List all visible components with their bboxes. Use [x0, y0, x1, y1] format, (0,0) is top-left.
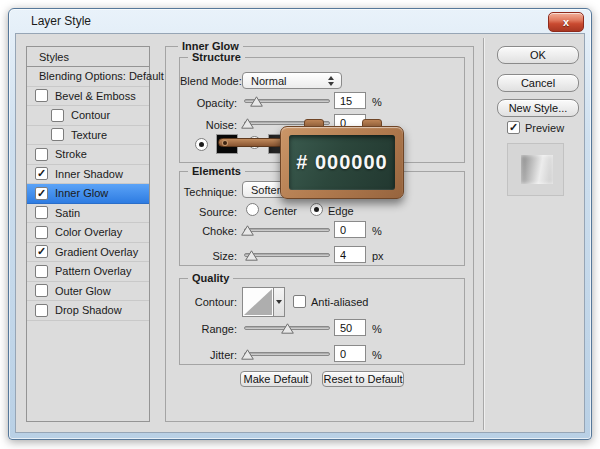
- opacity-unit: %: [372, 96, 382, 108]
- sidebar-item-texture[interactable]: Texture: [27, 126, 149, 146]
- new-style-button[interactable]: New Style...: [497, 99, 579, 117]
- slider-thumb[interactable]: [241, 225, 254, 236]
- sidebar-item-drop-shadow[interactable]: Drop Shadow: [27, 301, 149, 321]
- sidebar-item-label: Drop Shadow: [55, 304, 122, 316]
- close-button[interactable]: x: [548, 12, 584, 32]
- style-checkbox[interactable]: [35, 284, 48, 297]
- slider-thumb[interactable]: [281, 323, 294, 334]
- antialiased-checkbox[interactable]: [293, 295, 306, 308]
- contour-label: Contour:: [180, 296, 237, 308]
- style-checkbox[interactable]: [35, 89, 48, 102]
- reset-default-button[interactable]: Reset to Default: [322, 371, 404, 387]
- slider-thumb[interactable]: [241, 118, 254, 129]
- jitter-label: Jitter:: [180, 349, 237, 361]
- style-checkbox[interactable]: ✓: [35, 167, 48, 180]
- chalkboard-surface: # 000000: [289, 135, 395, 190]
- slider-track[interactable]: [244, 352, 330, 356]
- size-label: Size:: [180, 250, 237, 262]
- sidebar-item-pattern-overlay[interactable]: Pattern Overlay: [27, 262, 149, 282]
- cancel-button[interactable]: Cancel: [497, 74, 579, 92]
- size-slider[interactable]: [244, 248, 330, 262]
- blend-mode-label: Blend Mode:: [180, 75, 237, 87]
- antialiased-label: Anti-aliased: [311, 296, 368, 308]
- blend-mode-select[interactable]: Normal: [242, 72, 342, 89]
- style-checkbox[interactable]: [35, 226, 48, 239]
- make-default-button[interactable]: Make Default: [240, 371, 312, 387]
- sidebar-item-gradient-overlay[interactable]: ✓Gradient Overlay: [27, 243, 149, 263]
- choke-label: Choke:: [180, 225, 237, 237]
- ok-button[interactable]: OK: [497, 46, 579, 64]
- chalkboard-tooltip: # 000000: [280, 126, 404, 199]
- close-icon: x: [563, 16, 569, 28]
- screen: Layer Style x Styles Blending Options: D…: [0, 0, 600, 449]
- jitter-input[interactable]: [334, 345, 366, 362]
- elements-legend: Elements: [188, 165, 245, 177]
- sidebar-item-satin[interactable]: Satin: [27, 204, 149, 224]
- contour-dropdown-button[interactable]: [274, 287, 285, 317]
- sidebar-item-label: Gradient Overlay: [55, 246, 138, 258]
- size-unit: px: [372, 250, 384, 262]
- preview-checkbox[interactable]: ✓: [507, 121, 520, 134]
- source-label: Source:: [180, 206, 237, 218]
- sidebar-item-label: Outer Glow: [55, 285, 111, 297]
- panel-divider: [483, 38, 484, 430]
- chalkboard-text: # 000000: [296, 151, 387, 174]
- style-checkbox[interactable]: [35, 148, 48, 161]
- sidebar-item-label: Blending Options: Default: [39, 70, 164, 82]
- sidebar-item-stroke[interactable]: Stroke: [27, 145, 149, 165]
- choke-slider[interactable]: [244, 223, 330, 237]
- sidebar-item-label: Inner Shadow: [55, 168, 123, 180]
- sidebar-item-label: Bevel & Emboss: [55, 90, 136, 102]
- sidebar-list: Blending Options: DefaultBevel & EmbossC…: [27, 67, 149, 321]
- preview-label: Preview: [525, 122, 564, 134]
- jitter-slider[interactable]: [244, 347, 330, 361]
- contour-picker[interactable]: [242, 287, 274, 317]
- style-checkbox[interactable]: ✓: [35, 245, 48, 258]
- check-icon: ✓: [509, 122, 518, 133]
- style-checkbox[interactable]: [51, 109, 64, 122]
- source-edge-radio[interactable]: [310, 203, 323, 216]
- spinner-icon: [326, 76, 335, 86]
- sidebar-item-label: Texture: [71, 129, 107, 141]
- contour-thumbnail: [244, 289, 272, 315]
- blend-mode-value: Normal: [251, 75, 326, 87]
- range-slider[interactable]: [244, 321, 330, 335]
- style-checkbox[interactable]: [35, 206, 48, 219]
- glow-color-radio[interactable]: [195, 138, 208, 151]
- sidebar-item-inner-shadow[interactable]: ✓Inner Shadow: [27, 165, 149, 185]
- sidebar-item-label: Stroke: [55, 148, 87, 160]
- sidebar-item-label: Inner Glow: [55, 187, 108, 199]
- style-checkbox[interactable]: [51, 128, 64, 141]
- sidebar-item-label: Pattern Overlay: [55, 265, 131, 277]
- layer-style-dialog: Layer Style x Styles Blending Options: D…: [8, 8, 592, 440]
- opacity-slider[interactable]: [244, 94, 330, 108]
- sidebar-item-label: Satin: [55, 207, 80, 219]
- slider-thumb[interactable]: [250, 96, 263, 107]
- titlebar[interactable]: Layer Style x: [9, 9, 591, 33]
- source-center-radio[interactable]: [246, 203, 259, 216]
- sidebar-item-bevel-emboss[interactable]: Bevel & Emboss: [27, 87, 149, 107]
- choke-input[interactable]: [334, 221, 366, 238]
- quality-legend: Quality: [188, 272, 233, 284]
- styles-sidebar: Styles Blending Options: DefaultBevel & …: [26, 46, 150, 422]
- sidebar-item-outer-glow[interactable]: Outer Glow: [27, 282, 149, 302]
- sidebar-item-inner-glow[interactable]: ✓Inner Glow: [27, 184, 149, 204]
- style-checkbox[interactable]: [35, 304, 48, 317]
- preview-thumbnail: [521, 155, 553, 184]
- slider-track[interactable]: [244, 228, 330, 232]
- opacity-label: Opacity:: [180, 97, 237, 109]
- sidebar-item-contour[interactable]: Contour: [27, 106, 149, 126]
- style-checkbox[interactable]: ✓: [35, 187, 48, 200]
- style-checkbox[interactable]: [35, 265, 48, 278]
- source-center-label: Center: [264, 205, 297, 217]
- range-unit: %: [372, 323, 382, 335]
- inner-glow-panel: Inner Glow Structure Blend Mode: Normal …: [165, 46, 474, 422]
- opacity-input[interactable]: [334, 92, 366, 109]
- preview-frame: [507, 143, 564, 196]
- slider-thumb[interactable]: [245, 250, 258, 261]
- size-input[interactable]: [334, 246, 366, 263]
- range-input[interactable]: [334, 319, 366, 336]
- slider-thumb[interactable]: [241, 349, 254, 360]
- sidebar-item-blending-options-default[interactable]: Blending Options: Default: [27, 67, 149, 87]
- sidebar-item-color-overlay[interactable]: Color Overlay: [27, 223, 149, 243]
